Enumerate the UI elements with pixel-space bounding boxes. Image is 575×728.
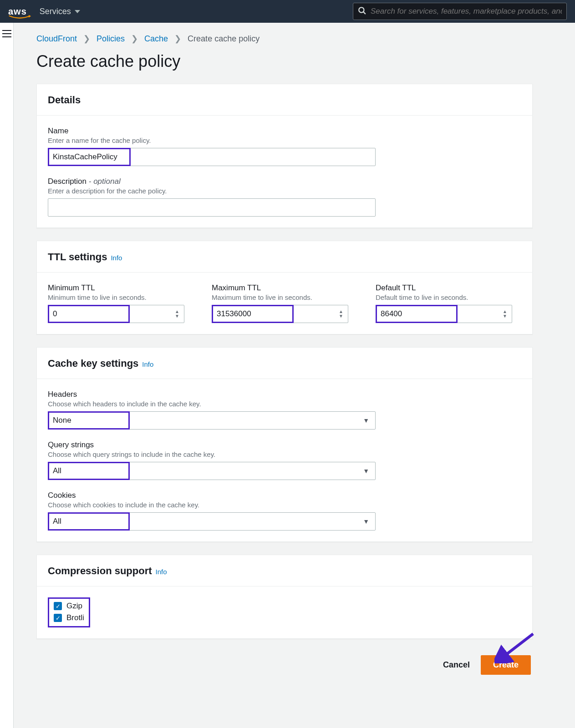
max-ttl-label: Maximum TTL — [212, 283, 357, 293]
min-ttl-hint: Minimum time to live in seconds. — [48, 293, 193, 301]
crumb-cache[interactable]: Cache — [144, 34, 168, 44]
brotli-label: Brotli — [66, 613, 84, 622]
query-strings-hint: Choose which query strings to include in… — [48, 450, 521, 458]
compression-info-link[interactable]: Info — [156, 568, 167, 576]
crumb-current: Create cache policy — [188, 34, 260, 44]
checkbox-checked-icon: ✓ — [54, 614, 62, 622]
cookies-hint: Choose which cookies to include in the c… — [48, 501, 521, 509]
description-input[interactable] — [48, 198, 376, 217]
side-rail — [0, 23, 14, 728]
ttl-info-link[interactable]: Info — [111, 254, 122, 262]
default-ttl-input[interactable] — [376, 305, 512, 323]
crumb-cloudfront[interactable]: CloudFront — [36, 34, 77, 44]
chevron-right-icon: ❯ — [83, 34, 90, 44]
max-ttl-hint: Maximum time to live in seconds. — [212, 293, 357, 301]
highlight-box: ✓ Gzip ✓ Brotli — [48, 597, 90, 627]
headers-hint: Choose which headers to include in the c… — [48, 400, 521, 408]
panel-compression: Compression support Info ✓ Gzip ✓ Brotli — [36, 555, 533, 639]
cache-key-info-link[interactable]: Info — [142, 360, 153, 368]
min-ttl-input[interactable] — [48, 305, 184, 323]
page-title: Create cache policy — [36, 52, 533, 71]
headers-label: Headers — [48, 390, 521, 399]
search-input[interactable] — [371, 7, 562, 16]
number-stepper[interactable]: ▲▼ — [499, 307, 510, 321]
svg-point-0 — [359, 7, 364, 12]
query-strings-select[interactable]: All — [48, 462, 376, 480]
services-menu[interactable]: Services — [40, 7, 80, 16]
aws-logo[interactable]: aws — [8, 6, 27, 17]
description-label: Description - optional — [48, 177, 521, 186]
crumb-policies[interactable]: Policies — [97, 34, 125, 44]
cancel-button[interactable]: Cancel — [443, 660, 470, 670]
panel-cache-key-title: Cache key settings — [48, 358, 138, 369]
create-button[interactable]: Create — [481, 655, 531, 675]
caret-down-icon — [75, 10, 80, 13]
panel-compression-title: Compression support — [48, 565, 152, 577]
brotli-checkbox[interactable]: ✓ Brotli — [54, 613, 84, 622]
form-actions: Cancel Create — [36, 652, 533, 675]
checkbox-checked-icon: ✓ — [54, 602, 62, 610]
panel-ttl: TTL settings Info Minimum TTL Minimum ti… — [36, 241, 533, 334]
panel-ttl-title: TTL settings — [48, 251, 107, 263]
chevron-right-icon: ❯ — [131, 34, 138, 44]
chevron-right-icon: ❯ — [174, 34, 181, 44]
description-hint: Enter a description for the cache policy… — [48, 187, 521, 195]
max-ttl-input[interactable] — [212, 305, 348, 323]
hamburger-icon[interactable] — [2, 30, 11, 37]
name-label: Name — [48, 126, 521, 136]
top-nav: aws Services — [0, 0, 575, 23]
number-stepper[interactable]: ▲▼ — [336, 307, 346, 321]
panel-details-title: Details — [37, 84, 532, 116]
default-ttl-hint: Default time to live in seconds. — [376, 293, 521, 301]
cookies-label: Cookies — [48, 491, 521, 500]
services-label: Services — [40, 7, 71, 16]
min-ttl-label: Minimum TTL — [48, 283, 193, 293]
aws-smile-icon — [8, 15, 31, 20]
default-ttl-label: Default TTL — [376, 283, 521, 293]
panel-details: Details Name Enter a name for the cache … — [36, 84, 533, 228]
search-icon — [358, 6, 366, 17]
global-search[interactable] — [353, 3, 567, 20]
cookies-select[interactable]: All — [48, 512, 376, 531]
number-stepper[interactable]: ▲▼ — [172, 307, 183, 321]
name-hint: Enter a name for the cache policy. — [48, 136, 521, 144]
query-strings-label: Query strings — [48, 440, 521, 450]
gzip-label: Gzip — [66, 602, 82, 611]
svg-line-1 — [363, 12, 366, 14]
gzip-checkbox[interactable]: ✓ Gzip — [54, 602, 84, 611]
breadcrumb: CloudFront ❯ Policies ❯ Cache ❯ Create c… — [36, 34, 533, 44]
panel-cache-key: Cache key settings Info Headers Choose w… — [36, 347, 533, 542]
name-input[interactable] — [48, 148, 376, 166]
headers-select[interactable]: None — [48, 411, 376, 430]
